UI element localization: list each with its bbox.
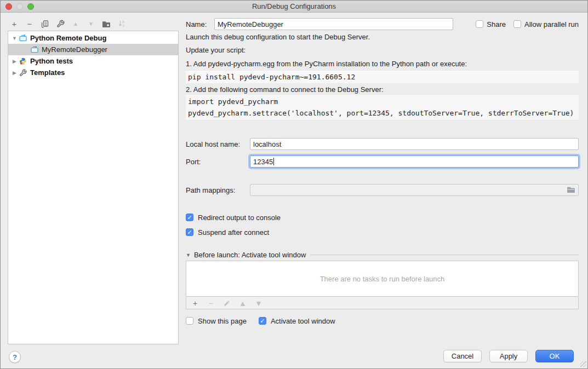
port-row: Port: 12345	[186, 155, 579, 168]
text-cursor	[273, 158, 274, 165]
add-icon[interactable]: +	[10, 20, 19, 28]
activate-tool-window-checkbox[interactable]	[259, 317, 266, 325]
activate-tool-window-label: Activate tool window	[271, 317, 335, 325]
before-launch-title: Before launch: Activate tool window	[194, 251, 306, 259]
redirect-output-checkbox[interactable]	[186, 214, 193, 221]
tree-item-python-tests[interactable]: ▶ Python tests	[8, 55, 178, 67]
minimize-window-button[interactable]	[16, 3, 23, 10]
allow-parallel-run-option: Allow parallel run	[513, 20, 579, 28]
suspend-after-connect-label: Suspend after connect	[198, 228, 269, 237]
instruction-step-1: 1. Add pydevd-pycharm.egg from the PyCha…	[186, 60, 579, 68]
help-icon: ?	[13, 353, 17, 361]
titlebar[interactable]: Run/Debug Configurations	[1, 1, 587, 13]
svg-text:a: a	[122, 20, 124, 24]
svg-text:z: z	[122, 24, 124, 27]
browse-folder-icon[interactable]	[567, 186, 575, 195]
remove-icon[interactable]: −	[25, 20, 34, 28]
apply-button[interactable]: Apply	[489, 350, 528, 362]
tree-item-python-remote-debug[interactable]: ▼ Python Remote Debug	[8, 32, 178, 44]
show-this-page-checkbox[interactable]	[186, 317, 193, 325]
ok-button[interactable]: OK	[535, 350, 574, 362]
share-checkbox[interactable]	[476, 20, 483, 28]
instruction-step-2: 2. Add the following command to connect …	[186, 85, 579, 94]
cancel-button[interactable]: Cancel	[443, 350, 482, 362]
allow-parallel-run-checkbox[interactable]	[513, 20, 521, 28]
move-down-icon[interactable]: ▼	[87, 20, 95, 28]
name-input[interactable]	[214, 18, 453, 30]
suspend-after-connect-option: Suspend after connect	[186, 228, 579, 237]
name-row: Name: Share Allow parallel run	[186, 18, 579, 30]
collapse-section-icon[interactable]: ▼	[186, 252, 191, 258]
remote-debug-icon	[19, 34, 27, 42]
configurations-tree: ▼ Python Remote Debug MyRemoteDebugger ▶…	[8, 31, 179, 344]
tree-item-label: Templates	[30, 68, 65, 77]
path-mappings-field[interactable]	[250, 184, 579, 196]
page-options-row: Show this page Activate tool window	[186, 316, 579, 325]
empty-task-list-text: There are no tasks to run before launch	[320, 275, 445, 283]
instruction-line: Launch this debug configuration to start…	[186, 33, 579, 42]
zoom-window-button[interactable]	[27, 3, 34, 10]
port-value: 12345	[253, 158, 273, 166]
close-window-button[interactable]	[5, 3, 12, 10]
move-task-up-icon[interactable]: ▲	[238, 299, 247, 308]
redirect-output-label: Redirect output to console	[198, 214, 281, 222]
copy-icon[interactable]	[41, 20, 49, 28]
allow-parallel-run-label: Allow parallel run	[524, 20, 579, 28]
settrace-code-block: import pydevd_pycharm pydevd_pycharm.set…	[186, 95, 579, 120]
tree-item-label: Python Remote Debug	[30, 34, 106, 42]
tree-item-label: MyRemoteDebugger	[42, 45, 107, 54]
before-launch-header: ▼ Before launch: Activate tool window	[186, 251, 579, 259]
sort-alphabetically-icon[interactable]: az	[117, 20, 126, 28]
port-label: Port:	[186, 158, 250, 166]
task-list-toolbar: + − ▲ ▼	[186, 297, 579, 309]
code-line: import pydevd_pycharm	[188, 96, 579, 107]
collapse-arrow-icon[interactable]: ▶	[12, 70, 18, 76]
wrench-icon[interactable]	[56, 20, 65, 28]
run-debug-configurations-dialog: Run/Debug Configurations + − ▲ ▼ az ▼	[0, 0, 588, 369]
remote-debug-icon	[30, 46, 39, 54]
instruction-line: Update your script:	[186, 46, 579, 55]
wrench-icon	[19, 69, 27, 77]
configurations-toolbar: + − ▲ ▼ az	[1, 13, 182, 30]
local-host-input[interactable]	[250, 138, 579, 150]
pip-install-command: pip install pydevd-pycharm~=191.6605.12	[186, 71, 579, 83]
configurations-panel: + − ▲ ▼ az ▼ Python Remote D	[1, 13, 182, 368]
python-icon	[19, 57, 27, 65]
new-folder-icon[interactable]	[102, 20, 111, 28]
share-label: Share	[487, 20, 506, 28]
path-mappings-row: Path mappings:	[186, 184, 579, 196]
path-mappings-label: Path mappings:	[186, 186, 250, 194]
tree-item-templates[interactable]: ▶ Templates	[8, 67, 178, 78]
local-host-row: Local host name:	[186, 138, 579, 150]
before-launch-task-list: There are no tasks to run before launch	[186, 261, 579, 297]
configuration-form: Name: Share Allow parallel run Launch th…	[186, 13, 579, 360]
suspend-after-connect-checkbox[interactable]	[186, 228, 193, 236]
add-task-icon[interactable]: +	[191, 299, 199, 308]
traffic-lights	[5, 3, 34, 10]
help-button[interactable]: ?	[9, 351, 21, 363]
code-line: pydevd_pycharm.settrace('localhost', por…	[188, 107, 579, 119]
local-host-label: Local host name:	[186, 140, 250, 148]
show-this-page-label: Show this page	[198, 317, 247, 325]
header-rule	[310, 255, 579, 255]
port-input[interactable]: 12345	[250, 155, 579, 168]
tree-item-label: Python tests	[30, 57, 73, 65]
resize-grip[interactable]	[580, 361, 586, 367]
edit-task-icon[interactable]	[222, 299, 231, 308]
tree-item-myremotedebugger[interactable]: MyRemoteDebugger	[8, 44, 178, 55]
collapse-arrow-icon[interactable]: ▶	[12, 59, 18, 64]
move-task-down-icon[interactable]: ▼	[254, 299, 263, 308]
redirect-output-option: Redirect output to console	[186, 213, 579, 222]
name-label: Name:	[186, 20, 214, 28]
expand-arrow-icon[interactable]: ▼	[12, 36, 18, 41]
move-up-icon[interactable]: ▲	[71, 20, 80, 28]
remove-task-icon[interactable]: −	[207, 299, 215, 308]
dialog-buttons: Cancel Apply OK	[443, 350, 574, 362]
share-option: Share	[476, 20, 506, 28]
window-title: Run/Debug Configurations	[252, 2, 336, 10]
